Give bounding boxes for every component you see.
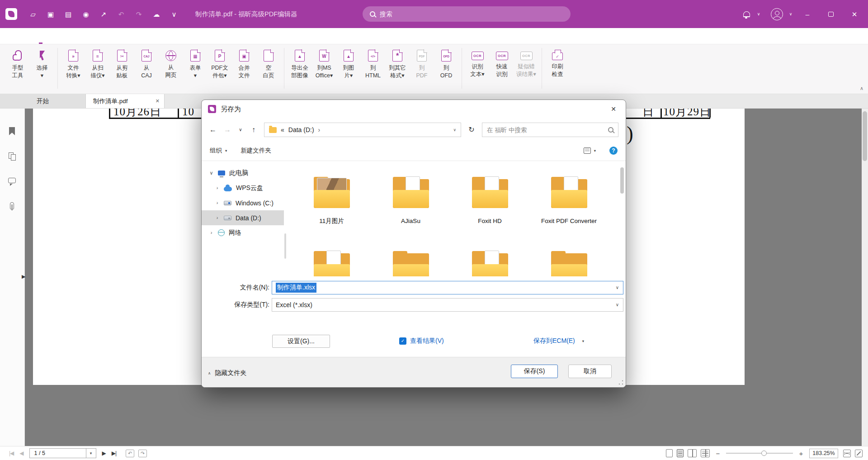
fullscreen-button[interactable]	[855, 450, 863, 457]
folder-item[interactable]	[292, 249, 371, 276]
next-page-button[interactable]	[102, 451, 106, 456]
chevron-icon[interactable]	[209, 230, 214, 235]
tree-item[interactable]: Windows (C:)	[202, 195, 284, 210]
tree-item[interactable]: WPS云盘	[202, 180, 284, 195]
page-dropdown-icon[interactable]	[86, 449, 96, 458]
resize-grip[interactable]	[618, 380, 623, 385]
forward-button[interactable]	[223, 126, 231, 133]
notifications-bell-icon[interactable]	[743, 11, 750, 17]
ribbon-button[interactable]: 疑似错 误结果▾	[514, 47, 538, 78]
files-scrollbar-thumb[interactable]	[620, 167, 624, 194]
dialog-search-input[interactable]	[487, 127, 604, 133]
ribbon-button[interactable]: 从剪 贴板	[110, 47, 134, 80]
zoom-out-button[interactable]	[715, 450, 721, 457]
chevron-icon[interactable]	[215, 215, 220, 220]
11月图片[interactable]: 11月图片	[292, 175, 371, 225]
save-button[interactable]: 保存(S)	[511, 365, 558, 378]
global-search[interactable]	[363, 6, 571, 22]
close-button[interactable]	[845, 5, 863, 23]
file-type-select[interactable]: Excel (*.xlsx)	[272, 298, 623, 312]
account-dropdown-icon[interactable]	[788, 12, 793, 16]
ribbon-button[interactable]: 导出全 部图像	[288, 47, 312, 80]
ribbon-button[interactable]: 空 白页	[256, 47, 281, 80]
cancel-button[interactable]: 取消	[568, 365, 612, 378]
ribbon-button[interactable]: 从 CAJ	[134, 47, 159, 80]
ribbon-button[interactable]: 到MS Office▾	[312, 47, 336, 80]
ribbon-button[interactable]: 表单 ▾	[183, 47, 208, 80]
ribbon-button[interactable]: 到 HTML	[361, 47, 385, 80]
tree-item[interactable]: 此电脑	[202, 166, 284, 180]
ribbon-button[interactable]: 印刷 检查	[545, 47, 570, 78]
ribbon-button[interactable]: 到图 片▾	[336, 47, 361, 80]
folder-item[interactable]	[450, 249, 529, 276]
save-to-ecm-button[interactable]: 保存到ECM(E)	[533, 337, 584, 345]
chevron-icon[interactable]	[215, 200, 220, 205]
new-folder-button[interactable]: 新建文件夹	[241, 147, 271, 155]
search-input[interactable]	[380, 10, 563, 18]
customize-toolbar-icon[interactable]	[170, 10, 178, 18]
folder-item[interactable]	[371, 249, 450, 276]
zoom-slider-thumb[interactable]	[761, 451, 767, 456]
tab-close-icon[interactable]	[156, 99, 160, 104]
foxit-logo-icon[interactable]	[5, 8, 17, 20]
tree-item[interactable]: Data (D:)	[202, 210, 284, 225]
export-icon[interactable]	[99, 10, 108, 18]
scrollbar-thumb[interactable]	[863, 111, 867, 161]
ribbon-button[interactable]: PDF文 件包▾	[208, 47, 232, 80]
tab-document[interactable]: 制作清单.pdf	[86, 94, 165, 108]
next-view-button[interactable]	[138, 450, 147, 457]
collapse-ribbon-button[interactable]	[860, 86, 863, 91]
maximize-button[interactable]	[822, 5, 840, 23]
comments-icon[interactable]	[7, 176, 17, 186]
continuous-page-button[interactable]	[677, 449, 684, 457]
zoom-slider[interactable]	[726, 449, 793, 458]
save-icon[interactable]	[47, 10, 55, 18]
expand-panel-button[interactable]	[22, 274, 25, 279]
ribbon-button[interactable]: 到 OFD	[434, 47, 458, 80]
undo-icon[interactable]	[117, 10, 125, 18]
ribbon-button[interactable]: 从 网页	[159, 47, 183, 79]
bookmark-icon[interactable]	[7, 127, 17, 137]
hide-folders-button[interactable]: 隐藏文件夹	[208, 369, 246, 377]
account-avatar[interactable]	[771, 8, 783, 20]
breadcrumb-overflow[interactable]: «	[281, 126, 284, 133]
help-button[interactable]: ?	[609, 147, 618, 155]
zoom-percent[interactable]: 183.25%	[809, 449, 838, 458]
back-button[interactable]	[209, 126, 217, 133]
print-icon[interactable]	[64, 10, 72, 18]
ribbon-button[interactable]: 识别 文本▾	[465, 47, 490, 78]
tab-start[interactable]: 开始	[0, 94, 86, 108]
facing-page-button[interactable]	[688, 449, 697, 457]
refresh-button[interactable]	[467, 126, 476, 133]
minimize-button[interactable]	[798, 5, 816, 23]
AJiaSu[interactable]: AJiaSu	[371, 175, 450, 225]
dialog-titlebar[interactable]: 另存为	[202, 100, 626, 118]
checkbox-checked-icon[interactable]	[399, 337, 406, 345]
open-file-icon[interactable]	[29, 10, 37, 18]
cloud-share-icon[interactable]	[152, 10, 160, 18]
stamp-icon[interactable]	[82, 10, 90, 18]
tree-item[interactable]: 网络	[202, 225, 284, 240]
address-bar[interactable]: « Data (D:) ›	[264, 123, 461, 137]
vertical-scrollbar[interactable]	[862, 109, 868, 446]
ribbon-button[interactable]: 到 PDF	[410, 47, 434, 80]
ribbon-button[interactable]: 到其它 格式▾	[385, 47, 410, 80]
file-name-input[interactable]: 制作清单.xlsx	[272, 281, 623, 294]
ribbon-button[interactable]: 快速 识别	[490, 47, 514, 78]
notifications-dropdown-icon[interactable]	[756, 12, 761, 16]
ecm-dropdown-icon[interactable]	[582, 339, 584, 343]
file-name-dropdown-icon[interactable]	[616, 285, 619, 290]
dialog-search[interactable]	[482, 123, 618, 137]
settings-button[interactable]: 设置(G)...	[272, 335, 330, 348]
file-type-dropdown-icon[interactable]	[616, 303, 619, 307]
previous-view-button[interactable]	[126, 450, 134, 457]
attachments-icon[interactable]	[7, 201, 17, 211]
view-result-checkbox[interactable]: 查看结果(V)	[399, 337, 444, 345]
Foxit PDF Converter[interactable]: Foxit PDF Converter	[529, 175, 609, 225]
recent-locations-button[interactable]	[238, 128, 243, 132]
prev-page-button[interactable]	[19, 451, 23, 456]
facing-continuous-button[interactable]	[701, 449, 710, 457]
breadcrumb-location[interactable]: Data (D:)	[288, 126, 314, 133]
redo-icon[interactable]	[135, 10, 143, 18]
folder-item[interactable]	[529, 249, 609, 276]
